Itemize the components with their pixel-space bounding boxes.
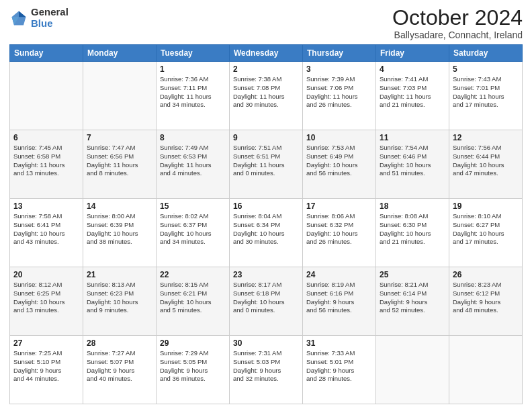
- day-info: Sunrise: 8:00 AM Sunset: 6:39 PM Dayligh…: [87, 212, 152, 246]
- calendar-day-cell: 27Sunrise: 7:25 AM Sunset: 5:10 PM Dayli…: [10, 336, 83, 404]
- calendar-day-cell: 25Sunrise: 8:21 AM Sunset: 6:14 PM Dayli…: [376, 267, 449, 336]
- calendar-week-row: 27Sunrise: 7:25 AM Sunset: 5:10 PM Dayli…: [10, 336, 523, 404]
- day-info: Sunrise: 7:53 AM Sunset: 6:49 PM Dayligh…: [306, 144, 372, 178]
- logo: General Blue: [9, 7, 69, 29]
- calendar-day-cell: 23Sunrise: 8:17 AM Sunset: 6:18 PM Dayli…: [230, 267, 303, 336]
- day-number: 11: [380, 133, 445, 142]
- day-number: 10: [306, 133, 372, 142]
- day-info: Sunrise: 7:39 AM Sunset: 7:06 PM Dayligh…: [306, 75, 372, 109]
- calendar-table: SundayMondayTuesdayWednesdayThursdayFrid…: [9, 44, 523, 404]
- day-number: 9: [233, 133, 299, 142]
- calendar-day-cell: 22Sunrise: 8:15 AM Sunset: 6:21 PM Dayli…: [157, 267, 230, 336]
- calendar-week-row: 6Sunrise: 7:45 AM Sunset: 6:58 PM Daylig…: [10, 130, 523, 199]
- day-info: Sunrise: 7:45 AM Sunset: 6:58 PM Dayligh…: [13, 144, 79, 178]
- day-number: 31: [306, 338, 372, 348]
- calendar-day-header: Tuesday: [157, 45, 230, 62]
- calendar-day-cell: 13Sunrise: 7:58 AM Sunset: 6:41 PM Dayli…: [10, 199, 83, 267]
- calendar-day-cell: 29Sunrise: 7:29 AM Sunset: 5:05 PM Dayli…: [157, 336, 230, 404]
- calendar-day-header: Thursday: [303, 45, 376, 62]
- calendar-day-header: Sunday: [10, 45, 83, 62]
- day-number: 2: [233, 64, 299, 74]
- month-title: October 2024: [392, 7, 523, 28]
- day-info: Sunrise: 7:27 AM Sunset: 5:07 PM Dayligh…: [87, 349, 152, 383]
- day-info: Sunrise: 7:58 AM Sunset: 6:41 PM Dayligh…: [13, 212, 79, 246]
- calendar-day-cell: 10Sunrise: 7:53 AM Sunset: 6:49 PM Dayli…: [303, 130, 376, 199]
- calendar-day-cell: [10, 62, 83, 130]
- calendar-day-cell: 18Sunrise: 8:08 AM Sunset: 6:30 PM Dayli…: [376, 199, 449, 267]
- day-number: 25: [380, 270, 445, 279]
- calendar-day-cell: 9Sunrise: 7:51 AM Sunset: 6:51 PM Daylig…: [230, 130, 303, 199]
- day-number: 15: [160, 201, 226, 211]
- day-info: Sunrise: 7:51 AM Sunset: 6:51 PM Dayligh…: [233, 144, 299, 178]
- calendar-day-cell: 8Sunrise: 7:49 AM Sunset: 6:53 PM Daylig…: [157, 130, 230, 199]
- day-number: 18: [380, 201, 445, 211]
- day-info: Sunrise: 7:43 AM Sunset: 7:01 PM Dayligh…: [453, 75, 519, 109]
- logo-blue-text: Blue: [31, 18, 69, 30]
- calendar-week-row: 13Sunrise: 7:58 AM Sunset: 6:41 PM Dayli…: [10, 199, 523, 267]
- calendar-day-header: Friday: [376, 45, 449, 62]
- calendar-header-row: SundayMondayTuesdayWednesdayThursdayFrid…: [10, 45, 523, 62]
- svg-marker-1: [19, 11, 26, 17]
- day-number: 27: [13, 338, 79, 348]
- calendar-day-cell: 28Sunrise: 7:27 AM Sunset: 5:07 PM Dayli…: [83, 336, 157, 404]
- day-info: Sunrise: 8:02 AM Sunset: 6:37 PM Dayligh…: [160, 212, 226, 246]
- logo-icon: [9, 9, 28, 28]
- day-info: Sunrise: 8:04 AM Sunset: 6:34 PM Dayligh…: [233, 212, 299, 246]
- day-info: Sunrise: 7:36 AM Sunset: 7:11 PM Dayligh…: [160, 75, 226, 109]
- calendar-day-cell: 20Sunrise: 8:12 AM Sunset: 6:25 PM Dayli…: [10, 267, 83, 336]
- day-info: Sunrise: 7:38 AM Sunset: 7:08 PM Dayligh…: [233, 75, 299, 109]
- day-number: 13: [13, 201, 79, 211]
- day-number: 20: [13, 270, 79, 279]
- calendar-day-cell: [83, 62, 157, 130]
- calendar-day-cell: 4Sunrise: 7:41 AM Sunset: 7:03 PM Daylig…: [376, 62, 449, 130]
- day-number: 29: [160, 338, 226, 348]
- calendar-day-cell: 7Sunrise: 7:47 AM Sunset: 6:56 PM Daylig…: [83, 130, 157, 199]
- calendar-week-row: 20Sunrise: 8:12 AM Sunset: 6:25 PM Dayli…: [10, 267, 523, 336]
- day-number: 23: [233, 270, 299, 279]
- location: Ballysadare, Connacht, Ireland: [392, 30, 523, 40]
- day-number: 5: [453, 64, 519, 74]
- day-number: 1: [160, 64, 226, 74]
- calendar-day-header: Monday: [83, 45, 157, 62]
- page: General Blue October 2024 Ballysadare, C…: [0, 0, 532, 411]
- day-info: Sunrise: 8:21 AM Sunset: 6:14 PM Dayligh…: [380, 281, 445, 315]
- calendar-day-cell: 15Sunrise: 8:02 AM Sunset: 6:37 PM Dayli…: [157, 199, 230, 267]
- day-info: Sunrise: 8:15 AM Sunset: 6:21 PM Dayligh…: [160, 281, 226, 315]
- header: General Blue October 2024 Ballysadare, C…: [9, 7, 523, 40]
- day-number: 3: [306, 64, 372, 74]
- calendar-day-cell: 24Sunrise: 8:19 AM Sunset: 6:16 PM Dayli…: [303, 267, 376, 336]
- calendar-day-cell: 21Sunrise: 8:13 AM Sunset: 6:23 PM Dayli…: [83, 267, 157, 336]
- calendar-day-cell: 19Sunrise: 8:10 AM Sunset: 6:27 PM Dayli…: [449, 199, 523, 267]
- day-info: Sunrise: 8:19 AM Sunset: 6:16 PM Dayligh…: [306, 281, 372, 315]
- day-info: Sunrise: 8:10 AM Sunset: 6:27 PM Dayligh…: [453, 212, 519, 246]
- day-info: Sunrise: 7:49 AM Sunset: 6:53 PM Dayligh…: [160, 144, 226, 178]
- day-info: Sunrise: 7:56 AM Sunset: 6:44 PM Dayligh…: [453, 144, 519, 178]
- calendar-day-cell: 3Sunrise: 7:39 AM Sunset: 7:06 PM Daylig…: [303, 62, 376, 130]
- day-info: Sunrise: 7:29 AM Sunset: 5:05 PM Dayligh…: [160, 349, 226, 383]
- logo-general-text: General: [31, 7, 69, 18]
- day-number: 30: [233, 338, 299, 348]
- calendar-day-cell: 30Sunrise: 7:31 AM Sunset: 5:03 PM Dayli…: [230, 336, 303, 404]
- day-info: Sunrise: 8:23 AM Sunset: 6:12 PM Dayligh…: [453, 281, 519, 315]
- day-number: 22: [160, 270, 226, 279]
- logo-text: General Blue: [31, 7, 69, 29]
- calendar-day-cell: 14Sunrise: 8:00 AM Sunset: 6:39 PM Dayli…: [83, 199, 157, 267]
- calendar-day-cell: 5Sunrise: 7:43 AM Sunset: 7:01 PM Daylig…: [449, 62, 523, 130]
- calendar-day-cell: [449, 336, 523, 404]
- calendar-day-header: Wednesday: [230, 45, 303, 62]
- day-info: Sunrise: 8:17 AM Sunset: 6:18 PM Dayligh…: [233, 281, 299, 315]
- day-info: Sunrise: 7:31 AM Sunset: 5:03 PM Dayligh…: [233, 349, 299, 383]
- title-area: October 2024 Ballysadare, Connacht, Irel…: [392, 7, 523, 40]
- day-info: Sunrise: 8:13 AM Sunset: 6:23 PM Dayligh…: [87, 281, 152, 315]
- day-number: 12: [453, 133, 519, 142]
- calendar-day-header: Saturday: [449, 45, 523, 62]
- day-number: 28: [87, 338, 152, 348]
- calendar-day-cell: 26Sunrise: 8:23 AM Sunset: 6:12 PM Dayli…: [449, 267, 523, 336]
- calendar-week-row: 1Sunrise: 7:36 AM Sunset: 7:11 PM Daylig…: [10, 62, 523, 130]
- calendar-day-cell: [376, 336, 449, 404]
- day-number: 8: [160, 133, 226, 142]
- day-info: Sunrise: 7:41 AM Sunset: 7:03 PM Dayligh…: [380, 75, 445, 109]
- calendar-day-cell: 17Sunrise: 8:06 AM Sunset: 6:32 PM Dayli…: [303, 199, 376, 267]
- calendar-day-cell: 11Sunrise: 7:54 AM Sunset: 6:46 PM Dayli…: [376, 130, 449, 199]
- calendar-day-cell: 16Sunrise: 8:04 AM Sunset: 6:34 PM Dayli…: [230, 199, 303, 267]
